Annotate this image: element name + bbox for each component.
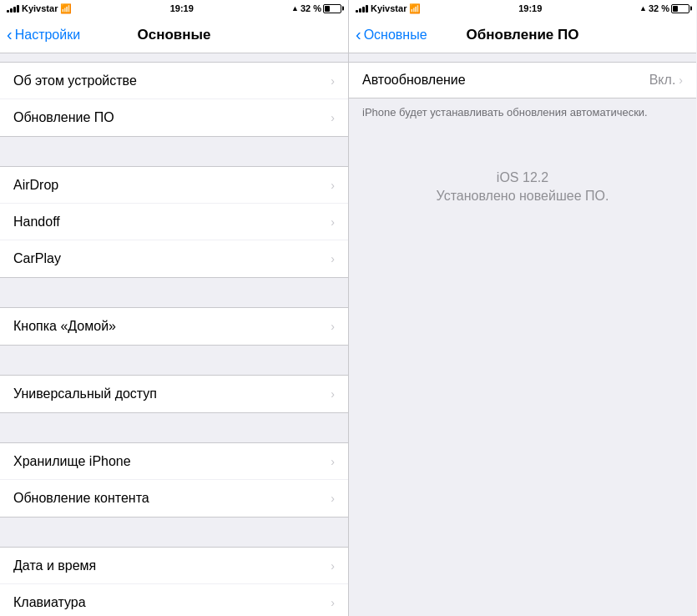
chevron-icon: ›: [331, 215, 335, 229]
gap-4: [0, 413, 348, 442]
chevron-icon: ›: [331, 492, 335, 505]
chevron-icon: ›: [331, 320, 335, 333]
list-5: Хранилище iPhone › Обновление контента ›: [0, 442, 348, 518]
gap-2: [0, 278, 348, 307]
section-4: Универсальный доступ ›: [0, 375, 348, 413]
left-panel: Kyivstar 📶 19:19 ▲ 32 % ‹ Настройки Осно…: [0, 0, 348, 616]
status-left-r: Kyivstar 📶: [356, 3, 421, 14]
list-item-accessibility[interactable]: Универсальный доступ ›: [0, 376, 348, 412]
carrier-label-r: Kyivstar: [371, 3, 407, 13]
auto-update-chevron-icon: ›: [679, 73, 683, 87]
item-label: Обновление ПО: [13, 110, 114, 125]
section-5: Хранилище iPhone › Обновление контента ›: [0, 442, 348, 518]
auto-update-value-area: Вкл. ›: [649, 73, 683, 88]
back-chevron-icon-r: ‹: [356, 26, 361, 43]
signal-icon: [7, 5, 19, 13]
right-content: Автообновление Вкл. › iPhone будет устан…: [349, 53, 696, 616]
right-panel: Kyivstar 📶 19:19 ▲ 32 % ‹ Основные Обнов…: [348, 0, 696, 616]
list-item-carplay[interactable]: CarPlay ›: [0, 240, 348, 277]
signal-icon-r: [356, 5, 368, 13]
chevron-icon: ›: [331, 74, 335, 88]
section-6: Дата и время › Клавиатура ›: [0, 547, 348, 616]
item-label: Хранилище iPhone: [13, 454, 131, 469]
list-item-airdrop[interactable]: AirDrop ›: [0, 167, 348, 204]
list-item[interactable]: Об этом устройстве ›: [0, 63, 348, 99]
chevron-icon: ›: [331, 252, 335, 265]
item-label: Универсальный доступ: [13, 386, 157, 401]
list-4: Универсальный доступ ›: [0, 375, 348, 413]
list-item-storage[interactable]: Хранилище iPhone ›: [0, 443, 348, 480]
list-item-keyboard[interactable]: Клавиатура ›: [0, 584, 348, 616]
battery-area: ▲ 32 %: [291, 3, 341, 13]
carrier-label: Kyivstar: [22, 3, 58, 13]
nav-title-right: Обновление ПО: [467, 27, 579, 43]
list-2: AirDrop › Handoff › CarPlay ›: [0, 166, 348, 278]
section-3: Кнопка «Домой» ›: [0, 307, 348, 346]
ios-status-label: Установлено новейшее ПО.: [437, 189, 609, 204]
status-bar-left: Kyivstar 📶 19:19 ▲ 32 %: [0, 0, 348, 17]
status-left: Kyivstar 📶: [7, 3, 72, 14]
chevron-icon: ›: [331, 387, 335, 401]
chevron-icon: ›: [331, 596, 335, 609]
list-item[interactable]: Обновление ПО ›: [0, 99, 348, 136]
nav-bar-left: ‹ Настройки Основные: [0, 17, 348, 53]
list-item-handoff[interactable]: Handoff ›: [0, 204, 348, 240]
chevron-icon: ›: [331, 179, 335, 192]
gap-1: [0, 137, 348, 166]
battery-icon-r: [671, 4, 689, 13]
back-label-right: Основные: [364, 28, 427, 43]
item-label: CarPlay: [13, 251, 61, 266]
chevron-icon: ›: [331, 559, 335, 573]
battery-area-r: ▲ 32 %: [639, 3, 689, 13]
status-bar-right: Kyivstar 📶 19:19 ▲ 32 %: [349, 0, 696, 17]
time-label: 19:19: [170, 3, 194, 13]
gap-3: [0, 346, 348, 375]
item-label: Handoff: [13, 215, 60, 230]
battery-pct-r: 32 %: [649, 3, 669, 13]
auto-update-value: Вкл.: [649, 73, 676, 88]
list-1: Об этом устройстве › Обновление ПО ›: [0, 62, 348, 137]
item-label: Дата и время: [13, 558, 96, 573]
section-2: AirDrop › Handoff › CarPlay ›: [0, 166, 348, 278]
gap-top-r: [349, 53, 696, 62]
item-label: Об этом устройстве: [13, 73, 137, 88]
gap-top: [0, 53, 348, 62]
nav-bar-right: ‹ Основные Обновление ПО: [349, 17, 696, 53]
nav-title-left: Основные: [137, 27, 210, 43]
chevron-icon: ›: [331, 111, 335, 124]
list-item-content-update[interactable]: Обновление контента ›: [0, 480, 348, 517]
back-label-left: Настройки: [15, 28, 80, 43]
list-6: Дата и время › Клавиатура ›: [0, 547, 348, 616]
back-button-right[interactable]: ‹ Основные: [356, 27, 427, 43]
time-label-r: 19:19: [518, 3, 542, 13]
back-chevron-icon: ‹: [7, 26, 13, 43]
auto-update-label: Автообновление: [362, 73, 466, 88]
location-icon: ▲: [291, 4, 299, 13]
back-button-left[interactable]: ‹ Настройки: [7, 27, 80, 43]
location-icon-r: ▲: [639, 4, 647, 13]
wifi-icon-r: 📶: [409, 3, 421, 14]
list-3: Кнопка «Домой» ›: [0, 307, 348, 346]
item-label: Обновление контента: [13, 491, 149, 506]
ios-info-block: iOS 12.2 Установлено новейшее ПО.: [349, 120, 696, 220]
gap-5: [0, 518, 348, 547]
list-item-home-button[interactable]: Кнопка «Домой» ›: [0, 308, 348, 345]
left-content: Об этом устройстве › Обновление ПО › Air…: [0, 53, 348, 616]
chevron-icon: ›: [331, 455, 335, 468]
item-label: AirDrop: [13, 178, 58, 193]
item-label: Кнопка «Домой»: [13, 319, 116, 334]
battery-pct: 32 %: [301, 3, 321, 13]
auto-update-row[interactable]: Автообновление Вкл. ›: [349, 62, 696, 98]
ios-version-label: iOS 12.2: [497, 170, 548, 185]
auto-update-description: iPhone будет устанавливать обновления ав…: [349, 98, 696, 120]
list-item-datetime[interactable]: Дата и время ›: [0, 548, 348, 584]
section-1: Об этом устройстве › Обновление ПО ›: [0, 62, 348, 137]
wifi-icon: 📶: [60, 3, 72, 14]
battery-icon: [323, 4, 341, 13]
item-label: Клавиатура: [13, 595, 86, 610]
